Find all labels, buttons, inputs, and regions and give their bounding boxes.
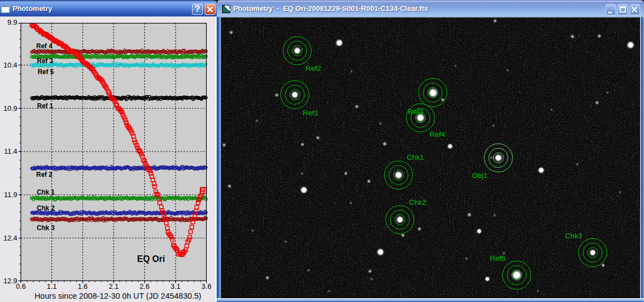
svg-text:Chk3: Chk3 — [565, 232, 583, 240]
svg-text:1.1: 1.1 — [47, 282, 57, 290]
svg-text:Chk 3: Chk 3 — [37, 224, 55, 232]
svg-text:Ref1: Ref1 — [303, 109, 319, 117]
svg-text:Ref4: Ref4 — [430, 130, 445, 138]
svg-text:Ref5: Ref5 — [490, 254, 506, 262]
svg-text:2.6: 2.6 — [140, 282, 150, 290]
svg-text:Obj1: Obj1 — [472, 171, 488, 180]
svg-text:Chk 1: Chk 1 — [37, 188, 55, 196]
svg-text:Ref 2: Ref 2 — [36, 171, 53, 178]
svg-text:3.1: 3.1 — [171, 282, 180, 290]
svg-text:Ref 5: Ref 5 — [38, 68, 54, 76]
svg-text:Ref2: Ref2 — [306, 64, 321, 72]
svg-text:Ref 4: Ref 4 — [36, 42, 53, 50]
svg-text:12.4: 12.4 — [3, 234, 17, 242]
svg-text:Hours since 2008-12-30 0h UT (: Hours since 2008-12-30 0h UT (JD 2454830… — [35, 292, 201, 300]
svg-text:10.9: 10.9 — [3, 104, 17, 113]
svg-text:10.4: 10.4 — [3, 61, 17, 69]
svg-text:11.9: 11.9 — [4, 191, 17, 199]
svg-text:11.4: 11.4 — [4, 147, 17, 155]
svg-text:Chk2: Chk2 — [409, 198, 426, 206]
svg-text:Ref 3: Ref 3 — [37, 57, 54, 65]
svg-text:2.1: 2.1 — [109, 282, 118, 290]
svg-text:3.6: 3.6 — [201, 282, 211, 290]
svg-text:EQ Ori: EQ Ori — [137, 254, 165, 264]
svg-text:9.9: 9.9 — [7, 18, 17, 26]
svg-text:12.9: 12.9 — [3, 277, 17, 285]
svg-text:Ref 1: Ref 1 — [37, 102, 54, 110]
svg-text:0.6: 0.6 — [16, 282, 26, 290]
svg-text:Chk1: Chk1 — [406, 153, 424, 161]
svg-text:Chk 2: Chk 2 — [37, 204, 55, 212]
svg-text:Ref3: Ref3 — [408, 108, 423, 116]
svg-text:1.6: 1.6 — [78, 282, 88, 290]
